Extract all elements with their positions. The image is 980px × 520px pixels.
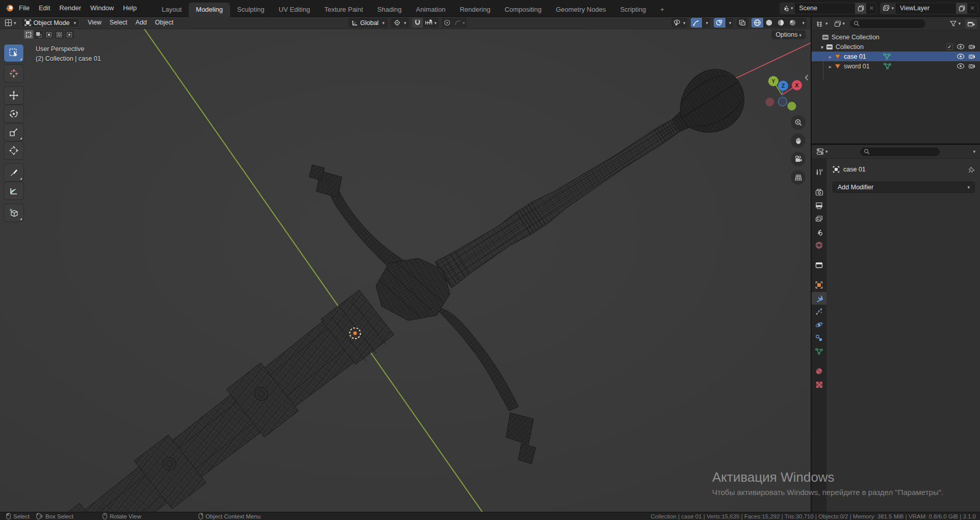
menu-window[interactable]: Window xyxy=(86,0,118,16)
scene-browse-icon[interactable] xyxy=(780,3,795,14)
sidebar-collapse-icon[interactable] xyxy=(804,74,809,83)
tab-output[interactable] xyxy=(812,199,826,212)
axis-y-ball[interactable]: Y xyxy=(768,76,778,86)
shading-solid-toggle[interactable] xyxy=(763,18,775,28)
hide-eye-icon[interactable] xyxy=(957,54,965,59)
viewport-canvas[interactable]: Options User Perspective (2) Collection … xyxy=(0,29,811,512)
outliner-filter-restriction-icon[interactable] xyxy=(833,20,847,28)
tab-animation[interactable]: Animation xyxy=(409,3,453,17)
tab-texture-paint[interactable]: Texture Paint xyxy=(317,3,370,17)
tab-object-data[interactable] xyxy=(812,345,826,358)
outliner-filter-icon[interactable] xyxy=(948,20,962,27)
scene-name[interactable]: Scene xyxy=(795,5,855,12)
tab-object[interactable] xyxy=(812,279,826,291)
tool-move[interactable] xyxy=(4,87,23,104)
shading-rendered-toggle[interactable] xyxy=(787,18,798,28)
outliner-row-case-01[interactable]: case 01 xyxy=(812,52,980,61)
gizmos-dropdown[interactable] xyxy=(702,18,710,28)
tab-layout[interactable]: Layout xyxy=(155,3,189,17)
axis-neg-z-ball[interactable] xyxy=(778,97,787,106)
properties-options-dropdown[interactable] xyxy=(970,148,977,155)
snap-settings-dropdown[interactable] xyxy=(423,18,439,28)
tab-material[interactable] xyxy=(812,365,826,378)
render-camera-icon[interactable] xyxy=(968,54,975,60)
tab-uv-editing[interactable]: UV Editing xyxy=(271,3,317,17)
expand-icon[interactable] xyxy=(829,53,832,60)
tab-view-layer[interactable] xyxy=(812,212,826,225)
menu-help[interactable]: Help xyxy=(118,0,141,16)
properties-editor-type-icon[interactable] xyxy=(815,147,830,156)
scene-unlink-icon[interactable]: ✕ xyxy=(866,5,876,12)
overlays-toggle[interactable] xyxy=(714,18,725,28)
pin-icon[interactable] xyxy=(968,166,975,173)
select-mode-invert[interactable] xyxy=(55,30,64,39)
tab-modifiers[interactable] xyxy=(812,292,826,305)
menu-render[interactable]: Render xyxy=(55,0,86,16)
outliner-search-input[interactable] xyxy=(849,19,926,29)
axis-neg-y-ball[interactable] xyxy=(788,102,796,111)
tab-physics[interactable] xyxy=(812,318,826,331)
proportional-falloff-dropdown[interactable] xyxy=(453,18,467,28)
tab-tool[interactable] xyxy=(812,166,826,179)
viewlayer-remove-icon[interactable]: ✕ xyxy=(967,5,977,12)
shading-material-toggle[interactable] xyxy=(775,18,787,28)
tab-scripting[interactable]: Scripting xyxy=(613,3,654,17)
zoom-button[interactable] xyxy=(791,115,806,130)
outliner-display-mode-icon[interactable] xyxy=(815,20,830,28)
tool-select-box[interactable] xyxy=(4,44,23,62)
select-mode-subtract[interactable] xyxy=(44,30,54,39)
overlays-dropdown[interactable] xyxy=(725,18,734,28)
blender-logo-icon[interactable] xyxy=(4,3,14,13)
select-mode-intersect[interactable] xyxy=(65,30,74,39)
axis-neg-x-ball[interactable] xyxy=(766,98,774,107)
camera-view-button[interactable] xyxy=(791,152,806,166)
shading-wireframe-toggle[interactable] xyxy=(751,18,763,28)
transform-orientation-dropdown[interactable]: Global xyxy=(348,18,388,28)
tab-world[interactable] xyxy=(812,239,826,252)
tab-geometry-nodes[interactable]: Geometry Nodes xyxy=(548,3,613,17)
add-workspace-button[interactable]: + xyxy=(653,3,671,17)
tool-cursor[interactable] xyxy=(4,65,23,82)
menu-view[interactable]: View xyxy=(84,17,106,29)
render-camera-icon[interactable] xyxy=(968,63,975,69)
menu-file[interactable]: File xyxy=(14,0,34,16)
show-object-types-dropdown[interactable] xyxy=(671,18,688,28)
collection-checkbox[interactable] xyxy=(946,43,953,50)
tool-measure[interactable] xyxy=(4,182,23,200)
menu-add[interactable]: Add xyxy=(132,17,151,29)
properties-search-input[interactable] xyxy=(860,147,940,157)
menu-object[interactable]: Object xyxy=(151,17,178,29)
outliner-row-collection[interactable]: Collection xyxy=(812,42,980,52)
tab-scene[interactable] xyxy=(812,226,826,238)
pan-button[interactable] xyxy=(791,133,806,148)
menu-select[interactable]: Select xyxy=(106,17,132,29)
tool-add-cube[interactable] xyxy=(4,204,23,221)
tab-texture[interactable] xyxy=(812,378,826,391)
select-mode-set[interactable] xyxy=(24,30,33,39)
select-mode-extend[interactable] xyxy=(34,30,43,39)
options-button[interactable]: Options xyxy=(771,30,806,39)
new-collection-button[interactable] xyxy=(965,19,977,29)
tool-transform[interactable] xyxy=(4,142,23,159)
menu-edit[interactable]: Edit xyxy=(34,0,55,16)
add-modifier-dropdown[interactable]: Add Modifier xyxy=(833,182,975,193)
tab-particles[interactable] xyxy=(812,305,826,318)
tab-render[interactable] xyxy=(812,186,826,199)
proportional-editing-toggle[interactable] xyxy=(442,18,453,28)
tool-rotate[interactable] xyxy=(4,105,23,122)
render-camera-icon[interactable] xyxy=(968,44,975,50)
tab-constraints[interactable] xyxy=(812,332,826,344)
tab-shading[interactable]: Shading xyxy=(370,3,409,17)
axis-x-ball[interactable]: X xyxy=(792,80,802,90)
hide-eye-icon[interactable] xyxy=(957,44,965,49)
mode-dropdown[interactable]: Object Mode xyxy=(21,18,80,28)
tab-compositing[interactable]: Compositing xyxy=(497,3,548,17)
gizmos-toggle[interactable] xyxy=(691,18,702,28)
expand-icon[interactable] xyxy=(821,43,823,51)
hide-eye-icon[interactable] xyxy=(957,63,965,69)
outliner-row-scene-collection[interactable]: Scene Collection xyxy=(812,32,980,42)
viewlayer-new-copy-icon[interactable] xyxy=(956,3,967,14)
editor-type-icon[interactable] xyxy=(3,18,18,27)
expand-icon[interactable] xyxy=(829,63,832,70)
tab-collection[interactable] xyxy=(812,259,826,271)
